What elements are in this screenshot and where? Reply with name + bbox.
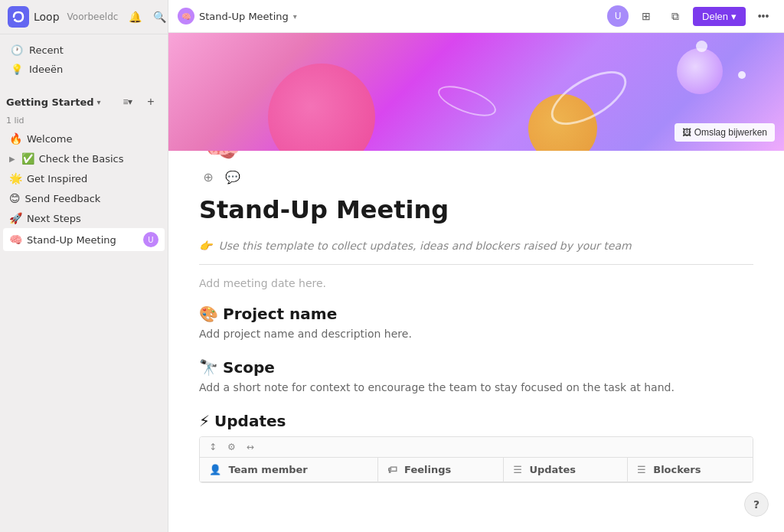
breadcrumb-label: Stand-Up Meeting	[199, 11, 289, 22]
sidebar-item-ideas[interactable]: 💡 Ideeën	[5, 60, 163, 79]
copy-btn[interactable]: ⧉	[664, 5, 687, 28]
share-label: Delen	[702, 11, 728, 22]
sidebar-item-next-steps[interactable]: 🚀 Next Steps	[3, 208, 165, 228]
svg-point-1	[14, 19, 16, 21]
table-toolbar: ↕ ⚙ ↔	[200, 437, 753, 458]
standup-avatar: U	[143, 232, 158, 247]
share-chevron-icon: ▾	[731, 11, 737, 22]
scope-heading: 🔭 Scope	[199, 358, 753, 377]
col-updates-label: Updates	[529, 464, 576, 475]
app-subtitle: Voorbeeldc	[67, 11, 119, 22]
col-team-member-label: Team member	[229, 464, 308, 475]
scope-section: 🔭 Scope Add a short note for context to …	[199, 358, 753, 393]
sidebar-item-welcome[interactable]: 🔥 Welcome	[3, 129, 165, 149]
star-icon: 🌟	[9, 172, 22, 184]
section-chevron-icon: ▾	[97, 98, 101, 106]
sidebar-item-ideas-label: Ideeën	[29, 64, 63, 75]
sidebar-item-check-basics[interactable]: ▶ ✅ Check the Basics	[3, 149, 165, 168]
main-content: 🧠 Stand-Up Meeting ▾ U ⊞ ⧉ Delen ▾ •••	[168, 0, 784, 532]
lightning-icon: ⚡	[199, 412, 210, 430]
telescope-icon: 🔭	[199, 358, 218, 377]
help-label: ?	[753, 498, 760, 511]
hero-shape-5	[434, 80, 499, 122]
meeting-date[interactable]: Add meeting date here.	[199, 277, 753, 289]
hero-shape-3	[677, 48, 723, 94]
project-description: Add project name and description here.	[199, 328, 753, 340]
check-icon: ✅	[21, 152, 34, 165]
help-button[interactable]: ?	[744, 492, 769, 517]
section-filter-btn[interactable]: ≡▾	[117, 91, 139, 113]
notification-btn[interactable]: 🔔	[124, 6, 145, 28]
clock-icon: 🕐	[11, 44, 23, 56]
template-note-text: Use this template to collect updates, id…	[218, 240, 631, 252]
person-icon: 👤	[209, 464, 221, 475]
hero-image: 🖼 Omslag bijwerken	[168, 33, 784, 151]
sidebar-item-recent[interactable]: 🕐 Recent	[5, 41, 163, 60]
brain-icon: 🧠	[9, 233, 22, 246]
list-icon: ☰	[513, 464, 522, 475]
palette-icon: 🎨	[199, 305, 218, 323]
sidebar-tree: 🔥 Welcome ▶ ✅ Check the Basics 🌟 Get Ins…	[0, 129, 168, 251]
page-content-area: 🧠 ⊕ 💬 Stand-Up Meeting 👉 Use this templa…	[168, 151, 784, 532]
section-title[interactable]: Getting Started	[6, 96, 94, 108]
app-name-label: Loop	[34, 11, 60, 23]
update-cover-button[interactable]: 🖼 Omslag bijwerken	[675, 123, 775, 142]
hero-shape-7	[738, 71, 746, 79]
updates-table: 👤 Team member 🏷 Feelings ☰ Updates	[200, 458, 753, 482]
sidebar-item-send-feedback-label: Send Feedback	[25, 193, 101, 204]
filter-btn[interactable]: ⚙	[224, 440, 239, 454]
bulb-icon: 💡	[11, 64, 23, 75]
user-avatar[interactable]: U	[607, 5, 629, 27]
share-button[interactable]: Delen ▾	[693, 7, 746, 26]
updates-heading-text: Updates	[214, 412, 286, 430]
smile-icon: 😊	[9, 192, 21, 204]
template-note: 👉 Use this template to collect updates, …	[199, 240, 753, 265]
action-icons-row: ⊕ 💬	[199, 168, 753, 186]
sidebar-item-recent-label: Recent	[29, 44, 64, 56]
sidebar-item-send-feedback[interactable]: 😊 Send Feedback	[3, 188, 165, 208]
hero-shape-1	[268, 64, 375, 151]
action-icon-2[interactable]: 💬	[224, 168, 242, 186]
more-btn[interactable]: •••	[752, 5, 775, 28]
chevron-icon: ▶	[9, 155, 15, 163]
scope-heading-text: Scope	[223, 358, 275, 377]
update-cover-label: Omslag bijwerken	[694, 127, 767, 138]
svg-rect-0	[8, 6, 29, 28]
col-feelings: 🏷 Feelings	[377, 458, 504, 482]
loop-logo-icon	[8, 6, 29, 28]
hand-icon: 👉	[199, 240, 212, 252]
breadcrumb: 🧠 Stand-Up Meeting ▾	[178, 8, 297, 24]
sidebar-item-check-basics-label: Check the Basics	[39, 153, 124, 165]
section-add-btn[interactable]: +	[140, 91, 162, 113]
sort-btn[interactable]: ↕	[206, 440, 220, 454]
grid-btn[interactable]: ⊞	[635, 5, 658, 28]
section-meta: 1 lid	[0, 116, 168, 129]
topbar: 🧠 Stand-Up Meeting ▾ U ⊞ ⧉ Delen ▾ •••	[168, 0, 784, 33]
col-updates: ☰ Updates	[504, 458, 628, 482]
sidebar-item-standup[interactable]: 🧠 Stand-Up Meeting U	[3, 228, 165, 251]
sidebar-top: Loop Voorbeeldc 🔔 🔍 ⊞	[0, 0, 168, 34]
page-title: Stand-Up Meeting	[199, 195, 753, 224]
app-logo: Loop	[8, 6, 60, 28]
project-section: 🎨 Project name Add project name and desc…	[199, 305, 753, 340]
sidebar-item-welcome-label: Welcome	[27, 133, 72, 145]
col-blockers: ☰ Blockers	[628, 458, 753, 482]
sidebar-item-get-inspired[interactable]: 🌟 Get Inspired	[3, 168, 165, 188]
section-actions: ≡▾ +	[117, 91, 162, 113]
image-icon: 🖼	[682, 127, 691, 138]
updates-heading: ⚡ Updates	[199, 412, 753, 430]
sidebar-nav: 🕐 Recent 💡 Ideeën	[0, 34, 168, 85]
updates-table-container: ↕ ⚙ ↔ 👤 Team member 🏷 Feeli	[199, 436, 753, 483]
search-btn[interactable]: 🔍	[149, 6, 170, 28]
hero-shape-6	[696, 41, 707, 52]
action-icon-1[interactable]: ⊕	[199, 168, 217, 186]
col-blockers-label: Blockers	[653, 464, 701, 475]
sidebar-item-get-inspired-label: Get Inspired	[27, 173, 87, 184]
breadcrumb-chevron-icon[interactable]: ▾	[293, 12, 297, 21]
sidebar-item-standup-label: Stand-Up Meeting	[27, 234, 116, 246]
col-team-member: 👤 Team member	[200, 458, 377, 482]
resize-btn[interactable]: ↔	[243, 440, 257, 454]
project-heading-text: Project name	[223, 305, 337, 323]
project-heading: 🎨 Project name	[199, 305, 753, 323]
breadcrumb-icon: 🧠	[178, 8, 194, 24]
